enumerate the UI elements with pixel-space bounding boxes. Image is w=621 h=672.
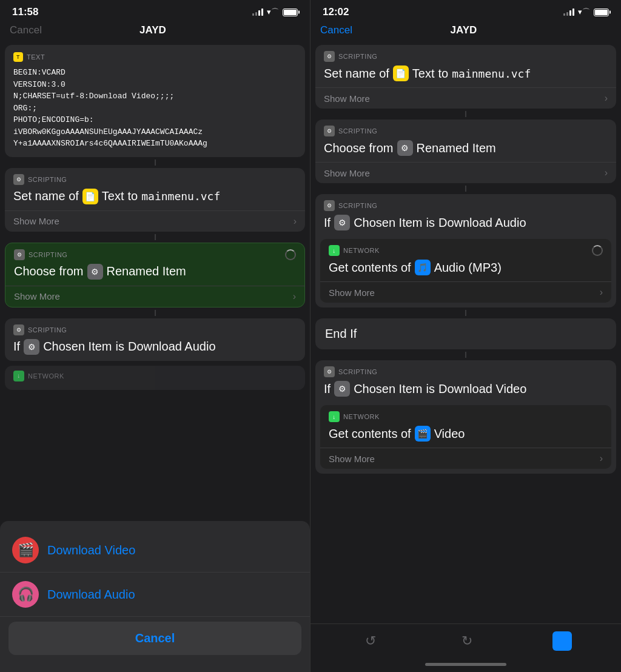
right-nav-title: JAYD	[451, 24, 477, 36]
right-nav-bar: Cancel JAYD	[310, 22, 621, 42]
set-name-label-left: ⚙ SCRIPTING	[13, 174, 297, 185]
text-inline-icon-left: 📄	[82, 189, 98, 204]
scripting-icon-r3: ⚙	[324, 200, 335, 211]
right-status-icons: ▾⌒	[563, 7, 609, 18]
chevron-right-icon-r2: ›	[605, 167, 608, 178]
scripting-icon-r2: ⚙	[324, 126, 335, 136]
choose-from-card-left: ⚙ SCRIPTING Choose from ⚙ Renamed Item S…	[5, 243, 305, 307]
left-cancel-button[interactable]: Cancel	[10, 24, 42, 36]
network-video-nested: ↓ NETWORK Get contents of 🎬 Video Show M…	[320, 405, 611, 469]
end-if-card: End If	[315, 318, 616, 349]
chevron-right-icon-r4: ›	[600, 453, 603, 464]
audio-inline-icon: 🎵	[415, 260, 431, 275]
choose-show-more-right[interactable]: Show More ›	[315, 162, 616, 183]
network-icon-r1: ↓	[329, 245, 340, 256]
network-icon-r2: ↓	[329, 411, 340, 422]
choose-from-content-left: Choose from ⚙ Renamed Item	[14, 264, 296, 280]
right-battery-icon	[594, 8, 609, 16]
bottom-sheet: 🎬 Download Video 🎧 Download Audio Cancel	[0, 521, 310, 672]
set-name-card-left: ⚙ SCRIPTING Set name of 📄 Text to mainme…	[5, 168, 305, 232]
right-phone: 12:02 ▾⌒ Cancel JAYD ⚙	[310, 0, 621, 672]
connector-1	[155, 160, 156, 166]
chevron-right-icon-r3: ›	[600, 287, 603, 298]
text-inline-icon-right: 📄	[393, 66, 409, 81]
network-audio-show-more[interactable]: Show More ›	[320, 281, 611, 303]
chosen-item-icon-left: ⚙	[24, 339, 39, 355]
right-cancel-button[interactable]: Cancel	[320, 24, 352, 36]
text-label-icon: T	[13, 52, 23, 62]
left-nav-title: JAYD	[139, 24, 166, 36]
right-home-indicator	[425, 663, 506, 666]
sheet-cancel-button[interactable]: Cancel	[8, 622, 301, 655]
scripting-icon-2: ⚙	[14, 249, 25, 260]
battery-icon	[283, 8, 298, 16]
choose-from-content-right: Choose from ⚙ Renamed Item	[324, 140, 608, 156]
undo-button[interactable]: ↺	[360, 630, 381, 652]
loading-spinner-right	[592, 245, 603, 256]
scripting-icon-r1: ⚙	[324, 51, 335, 62]
chevron-right-icon-r1: ›	[605, 93, 608, 104]
video-inline-icon: 🎬	[415, 426, 431, 442]
if-video-content-right: If ⚙ Chosen Item is Download Video	[324, 381, 608, 397]
set-name-show-more-right[interactable]: Show More ›	[315, 87, 616, 109]
end-if-text: End If	[325, 327, 357, 340]
choose-from-label-left: ⚙ SCRIPTING	[14, 249, 296, 260]
right-time: 12:02	[323, 6, 349, 18]
if-chosen-label-left: ⚙ SCRIPTING	[13, 324, 297, 335]
network-video-label: ↓ NETWORK	[329, 411, 603, 422]
network-video-show-more[interactable]: Show More ›	[320, 448, 611, 469]
set-name-content-right: Set name of 📄 Text to mainmenu.vcf	[324, 66, 608, 81]
choose-show-more-left[interactable]: Show More ›	[5, 286, 304, 307]
choose-from-card-right: ⚙ SCRIPTING Choose from ⚙ Renamed Item S…	[315, 119, 616, 183]
set-name-content-left: Set name of 📄 Text to mainmenu.vcf	[13, 189, 297, 204]
left-status-bar: 11:58 ▾⌒	[0, 0, 310, 22]
chevron-right-icon: ›	[294, 216, 297, 227]
done-button[interactable]	[552, 631, 572, 651]
scripting-icon-3: ⚙	[13, 324, 24, 335]
set-name-card-right: ⚙ SCRIPTING Set name of 📄 Text to mainme…	[315, 45, 616, 109]
download-video-icon: 🎬	[12, 537, 39, 563]
if-video-card-right: ⚙ SCRIPTING If ⚙ Chosen Item is Download…	[315, 360, 616, 474]
connector-r1	[465, 111, 466, 117]
network-icon-left: ↓	[13, 371, 24, 381]
set-name-label-right: ⚙ SCRIPTING	[324, 51, 608, 62]
right-scroll-content: ⚙ SCRIPTING Set name of 📄 Text to mainme…	[310, 42, 621, 623]
download-audio-label: Download Audio	[47, 588, 135, 602]
network-label-left: ↓ NETWORK	[13, 371, 297, 381]
connector-2	[155, 234, 156, 240]
left-nav-bar: Cancel JAYD	[0, 22, 310, 42]
connector-r2	[465, 186, 466, 192]
if-audio-content-right: If ⚙ Chosen Item is Download Audio	[324, 215, 608, 230]
chosen-item-icon-r2: ⚙	[334, 381, 350, 397]
download-audio-item[interactable]: 🎧 Download Audio	[0, 573, 310, 617]
text-content: BEGIN:VCARD VERSION:3.0 N;CHARSET=utf-8:…	[13, 67, 297, 150]
choose-from-label-right: ⚙ SCRIPTING	[324, 126, 608, 136]
right-toolbar: ↺ ↻	[310, 623, 621, 658]
download-audio-icon: 🎧	[12, 581, 39, 608]
redo-button[interactable]: ↻	[456, 630, 478, 652]
right-wifi-icon: ▾⌒	[578, 7, 590, 18]
right-status-bar: 12:02 ▾⌒	[310, 0, 621, 22]
renamed-item-icon-left: ⚙	[87, 264, 103, 280]
if-audio-card-right: ⚙ SCRIPTING If ⚙ Chosen Item is Download…	[315, 194, 616, 307]
if-chosen-card-left: ⚙ SCRIPTING If ⚙ Chosen Item is Download…	[5, 318, 305, 361]
network-audio-label: ↓ NETWORK	[329, 245, 603, 256]
if-audio-label-right: ⚙ SCRIPTING	[324, 200, 608, 211]
network-audio-content: Get contents of 🎵 Audio (MP3)	[329, 260, 603, 275]
chosen-item-icon-r1: ⚙	[334, 215, 350, 230]
scripting-icon-1: ⚙	[13, 174, 24, 185]
connector-3	[155, 310, 156, 316]
if-chosen-content-left: If ⚙ Chosen Item is Download Audio	[13, 339, 297, 355]
network-video-content: Get contents of 🎬 Video	[329, 426, 603, 442]
left-time: 11:58	[12, 6, 38, 18]
text-label: T TEXT	[13, 52, 297, 62]
left-phone: 11:58 ▾⌒ Cancel JAYD T T	[0, 0, 310, 672]
wifi-icon: ▾⌒	[267, 7, 279, 18]
network-partial-left: ↓ NETWORK	[5, 366, 305, 390]
scripting-icon-r4: ⚙	[324, 366, 335, 377]
signal-icon	[252, 8, 263, 16]
set-name-show-more-left[interactable]: Show More ›	[5, 210, 305, 232]
download-video-item[interactable]: 🎬 Download Video	[0, 528, 310, 573]
connector-r3	[465, 310, 466, 316]
loading-spinner-left	[285, 249, 296, 260]
